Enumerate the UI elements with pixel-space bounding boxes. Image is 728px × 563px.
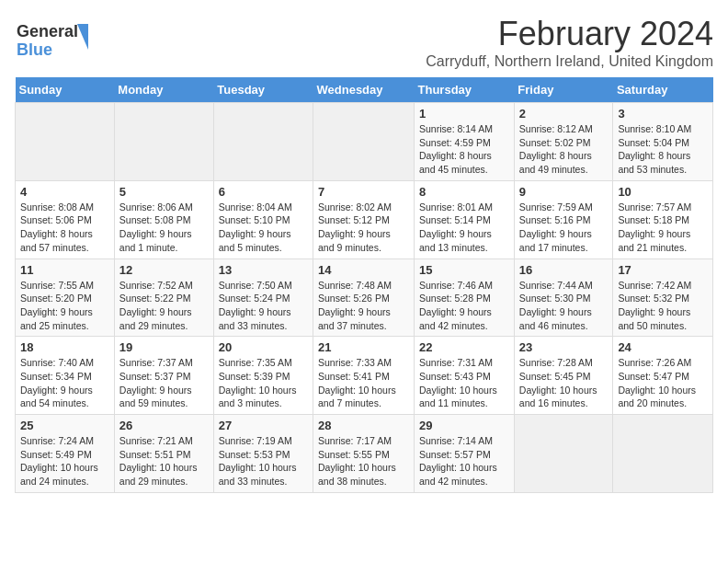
subtitle: Carryduff, Northern Ireland, United King… [426, 53, 713, 70]
day-number: 11 [20, 263, 109, 277]
day-info: Sunrise: 7:50 AM Sunset: 5:24 PM Dayligh… [219, 279, 308, 333]
calendar-cell: 11Sunrise: 7:55 AM Sunset: 5:20 PM Dayli… [16, 259, 115, 337]
day-info: Sunrise: 7:17 AM Sunset: 5:55 PM Dayligh… [318, 434, 409, 488]
day-number: 27 [219, 419, 308, 432]
calendar-cell: 23Sunrise: 7:28 AM Sunset: 5:45 PM Dayli… [514, 337, 613, 415]
calendar-cell: 26Sunrise: 7:21 AM Sunset: 5:51 PM Dayli… [114, 415, 213, 493]
day-number: 3 [618, 107, 708, 121]
title-area: February 2024 Carryduff, Northern Irelan… [426, 15, 713, 70]
day-info: Sunrise: 7:31 AM Sunset: 5:43 PM Dayligh… [419, 356, 509, 410]
day-number: 9 [519, 185, 609, 199]
calendar-table: Sunday Monday Tuesday Wednesday Thursday… [15, 77, 713, 493]
calendar-cell: 27Sunrise: 7:19 AM Sunset: 5:53 PM Dayli… [213, 415, 313, 493]
day-info: Sunrise: 8:04 AM Sunset: 5:10 PM Dayligh… [219, 201, 308, 255]
calendar-cell: 22Sunrise: 7:31 AM Sunset: 5:43 PM Dayli… [415, 337, 515, 415]
day-info: Sunrise: 7:26 AM Sunset: 5:47 PM Dayligh… [618, 356, 708, 410]
day-info: Sunrise: 8:12 AM Sunset: 5:02 PM Dayligh… [519, 122, 609, 177]
day-info: Sunrise: 8:06 AM Sunset: 5:08 PM Dayligh… [119, 201, 209, 255]
col-thursday: Thursday [415, 77, 515, 103]
day-info: Sunrise: 7:37 AM Sunset: 5:37 PM Dayligh… [119, 356, 209, 410]
page-header: General Blue February 2024 Carryduff, No… [15, 15, 713, 70]
day-number: 10 [618, 185, 708, 199]
calendar-cell: 24Sunrise: 7:26 AM Sunset: 5:47 PM Dayli… [613, 337, 713, 415]
day-info: Sunrise: 8:08 AM Sunset: 5:06 PM Dayligh… [20, 201, 109, 255]
day-info: Sunrise: 7:28 AM Sunset: 5:45 PM Dayligh… [519, 356, 609, 410]
calendar-cell: 4Sunrise: 8:08 AM Sunset: 5:06 PM Daylig… [16, 180, 115, 259]
day-info: Sunrise: 7:19 AM Sunset: 5:53 PM Dayligh… [219, 434, 308, 488]
calendar-cell: 28Sunrise: 7:17 AM Sunset: 5:55 PM Dayli… [313, 415, 415, 493]
calendar-week-1: 1Sunrise: 8:14 AM Sunset: 4:59 PM Daylig… [16, 103, 713, 181]
day-number: 16 [519, 263, 609, 277]
calendar-cell [213, 103, 313, 181]
day-number: 14 [318, 263, 409, 277]
calendar-cell [514, 415, 613, 493]
calendar-cell: 20Sunrise: 7:35 AM Sunset: 5:39 PM Dayli… [213, 337, 313, 415]
day-number: 7 [318, 185, 409, 199]
calendar-cell: 25Sunrise: 7:24 AM Sunset: 5:49 PM Dayli… [16, 415, 115, 493]
calendar-cell: 13Sunrise: 7:50 AM Sunset: 5:24 PM Dayli… [213, 259, 313, 337]
day-number: 28 [318, 419, 409, 432]
col-saturday: Saturday [613, 77, 713, 103]
day-number: 13 [219, 263, 308, 277]
calendar-cell: 2Sunrise: 8:12 AM Sunset: 5:02 PM Daylig… [514, 103, 613, 181]
svg-marker-2 [77, 24, 88, 50]
calendar-cell: 9Sunrise: 7:59 AM Sunset: 5:16 PM Daylig… [514, 180, 613, 259]
day-info: Sunrise: 7:21 AM Sunset: 5:51 PM Dayligh… [119, 434, 209, 488]
day-info: Sunrise: 7:42 AM Sunset: 5:32 PM Dayligh… [618, 279, 708, 333]
day-number: 12 [119, 263, 209, 277]
day-number: 22 [419, 340, 509, 354]
day-info: Sunrise: 7:33 AM Sunset: 5:41 PM Dayligh… [318, 356, 409, 410]
calendar-cell: 15Sunrise: 7:46 AM Sunset: 5:28 PM Dayli… [415, 259, 515, 337]
main-title: February 2024 [426, 15, 713, 53]
day-number: 8 [419, 185, 509, 199]
calendar-cell: 14Sunrise: 7:48 AM Sunset: 5:26 PM Dayli… [313, 259, 415, 337]
calendar-cell: 21Sunrise: 7:33 AM Sunset: 5:41 PM Dayli… [313, 337, 415, 415]
calendar-cell [114, 103, 213, 181]
day-number: 21 [318, 340, 409, 354]
day-info: Sunrise: 7:40 AM Sunset: 5:34 PM Dayligh… [20, 356, 109, 410]
svg-text:Blue: Blue [17, 40, 52, 59]
calendar-week-3: 11Sunrise: 7:55 AM Sunset: 5:20 PM Dayli… [16, 259, 713, 337]
day-number: 5 [119, 185, 209, 199]
calendar-header: Sunday Monday Tuesday Wednesday Thursday… [16, 77, 713, 103]
day-info: Sunrise: 7:35 AM Sunset: 5:39 PM Dayligh… [219, 356, 308, 410]
day-info: Sunrise: 7:14 AM Sunset: 5:57 PM Dayligh… [419, 434, 509, 488]
day-number: 23 [519, 340, 609, 354]
day-info: Sunrise: 7:57 AM Sunset: 5:18 PM Dayligh… [618, 201, 708, 255]
day-info: Sunrise: 7:52 AM Sunset: 5:22 PM Dayligh… [119, 279, 209, 333]
calendar-cell [313, 103, 415, 181]
day-number: 20 [219, 340, 308, 354]
calendar-cell [16, 103, 115, 181]
calendar-week-2: 4Sunrise: 8:08 AM Sunset: 5:06 PM Daylig… [16, 180, 713, 259]
calendar-cell: 12Sunrise: 7:52 AM Sunset: 5:22 PM Dayli… [114, 259, 213, 337]
day-number: 17 [618, 263, 708, 277]
calendar-cell: 8Sunrise: 8:01 AM Sunset: 5:14 PM Daylig… [415, 180, 515, 259]
calendar-cell: 7Sunrise: 8:02 AM Sunset: 5:12 PM Daylig… [313, 180, 415, 259]
day-number: 18 [20, 340, 109, 354]
day-number: 6 [219, 185, 308, 199]
col-wednesday: Wednesday [313, 77, 415, 103]
calendar-cell: 3Sunrise: 8:10 AM Sunset: 5:04 PM Daylig… [613, 103, 713, 181]
calendar-cell [613, 415, 713, 493]
calendar-cell: 1Sunrise: 8:14 AM Sunset: 4:59 PM Daylig… [415, 103, 515, 181]
day-number: 25 [20, 419, 109, 432]
day-info: Sunrise: 7:44 AM Sunset: 5:30 PM Dayligh… [519, 279, 609, 333]
day-info: Sunrise: 8:01 AM Sunset: 5:14 PM Dayligh… [419, 201, 509, 255]
calendar-week-4: 18Sunrise: 7:40 AM Sunset: 5:34 PM Dayli… [16, 337, 713, 415]
day-info: Sunrise: 7:59 AM Sunset: 5:16 PM Dayligh… [519, 201, 609, 255]
calendar-cell: 10Sunrise: 7:57 AM Sunset: 5:18 PM Dayli… [613, 180, 713, 259]
day-number: 4 [20, 185, 109, 199]
calendar-cell: 18Sunrise: 7:40 AM Sunset: 5:34 PM Dayli… [16, 337, 115, 415]
calendar-cell: 6Sunrise: 8:04 AM Sunset: 5:10 PM Daylig… [213, 180, 313, 259]
col-monday: Monday [114, 77, 213, 103]
calendar-body: 1Sunrise: 8:14 AM Sunset: 4:59 PM Daylig… [16, 103, 713, 493]
svg-text:General: General [17, 22, 78, 40]
day-info: Sunrise: 8:14 AM Sunset: 4:59 PM Dayligh… [419, 122, 509, 177]
day-number: 2 [519, 107, 609, 121]
day-info: Sunrise: 8:02 AM Sunset: 5:12 PM Dayligh… [318, 201, 409, 255]
day-number: 24 [618, 340, 708, 354]
calendar-cell: 16Sunrise: 7:44 AM Sunset: 5:30 PM Dayli… [514, 259, 613, 337]
col-tuesday: Tuesday [213, 77, 313, 103]
col-sunday: Sunday [16, 77, 115, 103]
calendar-cell: 5Sunrise: 8:06 AM Sunset: 5:08 PM Daylig… [114, 180, 213, 259]
